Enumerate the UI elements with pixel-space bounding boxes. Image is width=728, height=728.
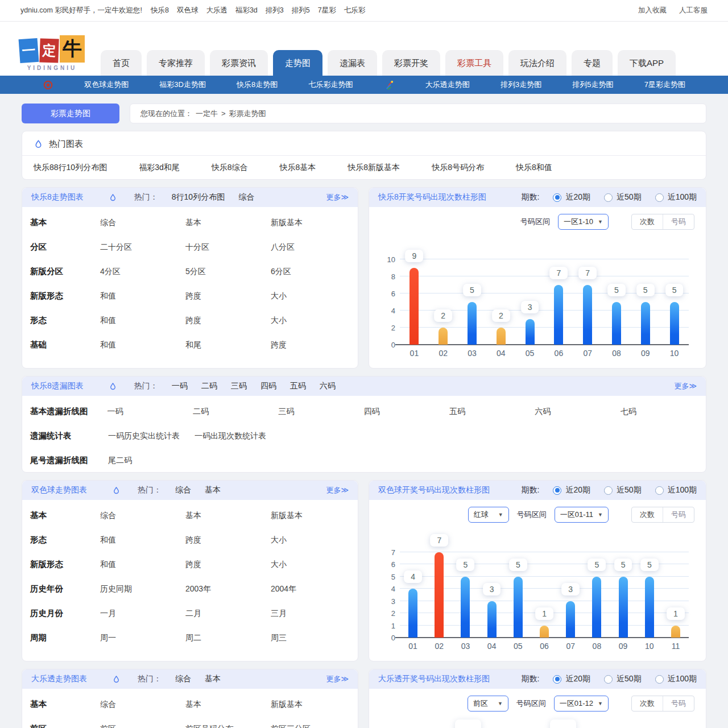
row-link-2[interactable]: 新版基本 [271, 218, 356, 228]
row-link-0[interactable]: 4分区 [100, 267, 185, 277]
site-logo[interactable]: 一 定 牛 YIDINGNIU [19, 35, 85, 71]
panel-hot-link-1[interactable]: 基本 [205, 485, 221, 495]
topbar-right-link-0[interactable]: 加入收藏 [638, 6, 667, 15]
period-option-1[interactable]: 近50期 [604, 674, 642, 684]
topbar-link-6[interactable]: 7星彩 [318, 6, 336, 15]
period-option-1[interactable]: 近50期 [604, 485, 642, 495]
panel-title[interactable]: 双色球走势图表 [31, 485, 87, 495]
row-link-1[interactable]: 一码出现次数统计表 [195, 431, 281, 441]
row-link-1[interactable]: 十分区 [185, 242, 271, 253]
row-link-2[interactable]: 大小 [271, 560, 356, 570]
panel-hot-link-5[interactable]: 六码 [320, 381, 336, 391]
panel-title[interactable]: 快乐8走势图表 [31, 192, 84, 202]
hot-chart-link-0[interactable]: 快乐88行10列分布图 [34, 163, 107, 173]
row-link-1[interactable]: 跨度 [185, 291, 271, 301]
nav-tab-3[interactable]: 走势图 [273, 50, 322, 76]
period-option-0[interactable]: 近20期 [553, 192, 590, 202]
row-link-1[interactable]: 基本 [185, 511, 271, 521]
topbar-link-2[interactable]: 大乐透 [206, 6, 228, 15]
row-link-4[interactable]: 五码 [449, 407, 535, 417]
hot-chart-link-2[interactable]: 快乐8综合 [212, 163, 248, 173]
panel-hot-link-0[interactable]: 一码 [172, 381, 188, 391]
row-link-5[interactable]: 六码 [535, 407, 620, 417]
row-link-0[interactable]: 和值 [100, 291, 185, 301]
nav-tab-6[interactable]: 彩票工具 [445, 50, 503, 76]
row-link-1[interactable]: 跨度 [185, 560, 271, 570]
number-range-select[interactable]: 一区01-12 ▼ [554, 696, 609, 712]
more-link[interactable]: 更多≫ [326, 192, 349, 202]
more-link[interactable]: 更多≫ [326, 674, 349, 684]
row-link-6[interactable]: 七码 [621, 407, 706, 417]
row-link-0[interactable]: 综合 [100, 218, 185, 228]
row-link-0[interactable]: 尾二码 [108, 456, 195, 466]
more-link[interactable]: 更多≫ [326, 485, 349, 495]
row-link-2[interactable]: 八分区 [271, 242, 356, 253]
hot-chart-link-3[interactable]: 快乐8基本 [280, 163, 316, 173]
more-link[interactable]: 更多≫ [674, 381, 697, 391]
row-link-1[interactable]: 二月 [185, 609, 271, 619]
row-link-2[interactable]: 新版基本 [271, 700, 356, 710]
topbar-link-5[interactable]: 排列5 [292, 6, 310, 15]
topbar-link-1[interactable]: 双色球 [177, 6, 198, 15]
row-link-2[interactable]: 三月 [271, 609, 356, 619]
subnav-link-3[interactable]: 快乐8走势图 [237, 80, 278, 90]
row-link-1[interactable]: 周二 [185, 633, 271, 643]
row-link-2[interactable]: 大小 [271, 535, 356, 545]
ball-type-select[interactable]: 红球 ▼ [468, 507, 509, 523]
row-link-2[interactable]: 三码 [278, 407, 363, 417]
hot-chart-link-1[interactable]: 福彩3d和尾 [139, 163, 180, 173]
row-link-0[interactable]: 和值 [100, 316, 185, 326]
row-link-2[interactable]: 周三 [271, 633, 356, 643]
row-link-0[interactable]: 二十分区 [100, 242, 185, 253]
nav-tab-4[interactable]: 遗漏表 [328, 50, 377, 76]
panel-title[interactable]: 快乐8遗漏图表 [31, 381, 84, 391]
nav-tab-1[interactable]: 专家推荐 [147, 50, 205, 76]
hot-chart-link-6[interactable]: 快乐8和值 [516, 163, 552, 173]
row-link-0[interactable]: 一码历史实出统计表 [108, 431, 195, 441]
period-option-0[interactable]: 近20期 [553, 674, 590, 684]
row-link-2[interactable]: 大小 [271, 316, 356, 326]
nav-tab-5[interactable]: 彩票开奖 [382, 50, 440, 76]
count-toggle-button[interactable]: 次数 [632, 696, 663, 711]
breadcrumb-site-link[interactable]: 一定牛 [196, 109, 218, 119]
period-option-2[interactable]: 近100期 [655, 674, 697, 684]
number-range-select[interactable]: 一区1-10 ▼ [558, 214, 609, 230]
row-link-2[interactable]: 6分区 [271, 267, 356, 277]
subnav-link-7[interactable]: 排列3走势图 [500, 80, 541, 90]
panel-hot-link-0[interactable]: 综合 [175, 485, 191, 495]
subnav-link-9[interactable]: 7星彩走势图 [644, 80, 685, 90]
panel-hot-link-0[interactable]: 8行10列分布图 [172, 192, 225, 202]
row-link-2[interactable]: 新版基本 [271, 511, 356, 521]
row-link-1[interactable]: 5分区 [185, 267, 271, 277]
row-link-1[interactable]: 2003年 [185, 584, 271, 594]
number-toggle-button[interactable]: 号码 [663, 696, 694, 711]
trend-chart-button[interactable]: 彩票走势图 [22, 104, 119, 123]
subnav-link-1[interactable]: 双色球走势图 [84, 80, 129, 90]
panel-hot-link-1[interactable]: 二码 [201, 381, 217, 391]
subnav-link-6[interactable]: 大乐透走势图 [425, 80, 470, 90]
nav-tab-9[interactable]: 下载APP [618, 50, 676, 76]
row-link-1[interactable]: 前区号码分布 [185, 724, 271, 728]
row-link-1[interactable]: 二码 [193, 407, 278, 417]
row-link-0[interactable]: 一码 [107, 407, 193, 417]
subnav-link-2[interactable]: 福彩3D走势图 [159, 80, 206, 90]
panel-hot-link-0[interactable]: 综合 [175, 674, 191, 684]
hot-chart-link-5[interactable]: 快乐8号码分布 [432, 163, 484, 173]
subnav-link-4[interactable]: 七乐彩走势图 [308, 80, 353, 90]
row-link-0[interactable]: 和值 [100, 535, 185, 545]
row-link-0[interactable]: 周一 [100, 633, 185, 643]
panel-hot-link-4[interactable]: 五码 [290, 381, 306, 391]
number-toggle-button[interactable]: 号码 [663, 214, 694, 229]
number-toggle-button[interactable]: 号码 [663, 507, 694, 522]
panel-hot-link-3[interactable]: 四码 [260, 381, 276, 391]
row-link-0[interactable]: 前区 [100, 724, 185, 728]
period-option-1[interactable]: 近50期 [604, 192, 642, 202]
period-option-2[interactable]: 近100期 [655, 192, 697, 202]
topbar-link-7[interactable]: 七乐彩 [344, 6, 366, 15]
panel-title[interactable]: 大乐透走势图表 [31, 674, 87, 684]
row-link-1[interactable]: 跨度 [185, 535, 271, 545]
row-link-2[interactable]: 2004年 [271, 584, 356, 594]
zone-select[interactable]: 前区 ▼ [468, 696, 508, 712]
number-range-select[interactable]: 一区01-11 ▼ [555, 507, 609, 523]
row-link-0[interactable]: 历史同期 [100, 584, 185, 594]
